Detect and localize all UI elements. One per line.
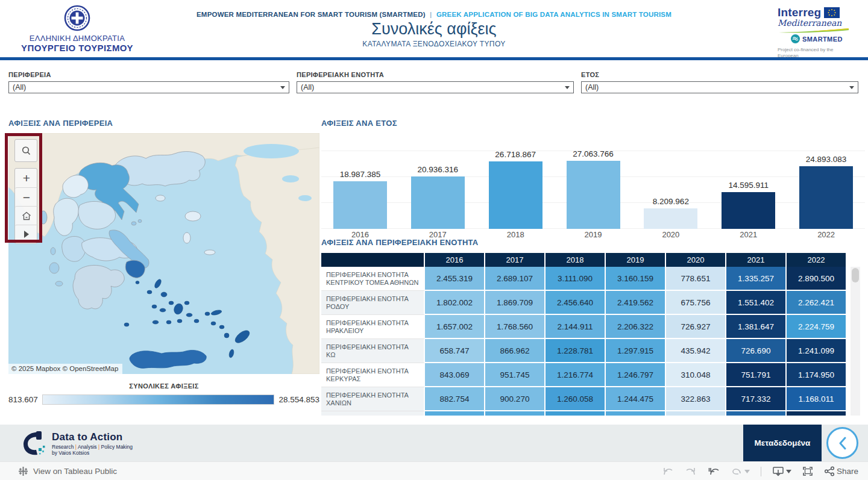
table-cell[interactable]: 1.335.257: [726, 267, 787, 291]
table-cell[interactable]: [546, 411, 606, 416]
table-cell[interactable]: 658.747: [425, 339, 485, 363]
filter-region-select[interactable]: (All): [8, 81, 289, 93]
view-on-tableau-link[interactable]: View on Tableau Public: [18, 462, 117, 480]
island-lesbos[interactable]: [185, 211, 201, 221]
bar[interactable]: [411, 176, 465, 229]
table-cell[interactable]: 310.048: [666, 363, 726, 387]
table-cell[interactable]: [425, 411, 485, 416]
table-scrollbar[interactable]: [851, 267, 860, 416]
share-button[interactable]: Share: [824, 466, 858, 476]
table-cell[interactable]: 3.160.159: [606, 267, 666, 291]
table-cell[interactable]: 2.890.500: [787, 267, 847, 291]
table-cell[interactable]: [606, 411, 666, 416]
filter-regional-unit-select[interactable]: (All): [297, 81, 574, 93]
choropleth-map[interactable]: [8, 133, 319, 374]
table-cell[interactable]: 1.551.402: [726, 291, 787, 315]
reset-button[interactable]: [708, 467, 720, 476]
fullscreen-button[interactable]: [802, 466, 813, 476]
filter-year-select[interactable]: (All): [581, 81, 858, 93]
island-zakynthos[interactable]: [55, 281, 63, 286]
table-cell[interactable]: 1.216.774: [546, 363, 606, 387]
table-cell[interactable]: 726.690: [726, 339, 787, 363]
table-cell[interactable]: 1.228.781: [546, 339, 606, 363]
filter-year-value: (All): [585, 83, 599, 92]
greece-map[interactable]: + − © 2025 Mapbox © OpenStreetMap: [8, 133, 319, 374]
table-cell[interactable]: 2.419.562: [606, 291, 666, 315]
table-cell[interactable]: 2.144.911: [546, 315, 606, 339]
table-cell[interactable]: 1.246.797: [606, 363, 666, 387]
table-cell[interactable]: 2.689.107: [485, 267, 546, 291]
island-lemnos[interactable]: [156, 195, 165, 201]
table-cell[interactable]: 1.381.647: [726, 315, 787, 339]
table-cell[interactable]: 843.069: [425, 363, 485, 387]
table-cell[interactable]: 717.332: [726, 387, 787, 411]
table-cell[interactable]: 778.651: [666, 267, 726, 291]
bar-column: 18.987.385: [321, 134, 399, 229]
island-sporades[interactable]: [138, 220, 142, 223]
table-cell[interactable]: 726.927: [666, 315, 726, 339]
table-cell[interactable]: 751.791: [726, 363, 787, 387]
table-cell[interactable]: 675.756: [666, 291, 726, 315]
island-kefalonia[interactable]: [49, 263, 59, 273]
table-cell[interactable]: 900.270: [485, 387, 546, 411]
table-cell[interactable]: 1.260.058: [546, 387, 606, 411]
map-search-button[interactable]: [14, 139, 37, 162]
table-cell[interactable]: 1.297.915: [606, 339, 666, 363]
table-column-header[interactable]: 2021: [726, 253, 787, 267]
table-cell[interactable]: 2.455.319: [425, 267, 485, 291]
bar[interactable]: [722, 192, 775, 229]
table-cell[interactable]: 1.768.560: [485, 315, 546, 339]
table-cell[interactable]: 2.206.322: [606, 315, 666, 339]
table-cell[interactable]: [666, 411, 726, 416]
bar[interactable]: [489, 161, 542, 229]
table-column-header[interactable]: 2020: [666, 253, 726, 267]
island-corfu[interactable]: [40, 211, 47, 224]
table-column-header[interactable]: 2019: [606, 253, 666, 267]
metadata-button[interactable]: Μεταδεδομένα: [743, 425, 822, 461]
table-cell[interactable]: 1.241.099: [787, 339, 847, 363]
bar[interactable]: [644, 208, 697, 229]
table-cell[interactable]: 951.745: [485, 363, 546, 387]
map-legend: ΣΥΝΟΛΙΚΕΣ ΑΦΙΞΕΙΣ 813.607 28.554.853: [8, 382, 319, 405]
bar[interactable]: [567, 161, 620, 229]
table-cell[interactable]: 1.244.475: [606, 387, 666, 411]
table-cell[interactable]: 882.754: [425, 387, 485, 411]
island-samos[interactable]: [204, 250, 215, 255]
scrollbar-thumb[interactable]: [852, 268, 859, 282]
table-cell[interactable]: [485, 411, 546, 416]
table-column-header[interactable]: 2016: [425, 253, 485, 267]
table-column-header[interactable]: 2017: [485, 253, 546, 267]
table-cell[interactable]: [787, 411, 847, 416]
table-cell[interactable]: 2.262.421: [787, 291, 847, 315]
table-column-header[interactable]: 2022: [787, 253, 847, 267]
table-cell[interactable]: 2.456.640: [546, 291, 606, 315]
table-cell[interactable]: 1.168.011: [787, 387, 847, 411]
zoom-out-button[interactable]: −: [15, 187, 38, 206]
undo-button[interactable]: [662, 467, 674, 476]
table-cell[interactable]: 322.863: [666, 387, 726, 411]
table-column-header[interactable]: 2018: [546, 253, 606, 267]
replay-button[interactable]: [731, 467, 750, 476]
table-cell[interactable]: 1.802.002: [425, 291, 485, 315]
table-cell[interactable]: 2.224.759: [787, 315, 847, 339]
lake: [298, 195, 312, 201]
table-cell[interactable]: [726, 411, 787, 416]
collapse-panel-button[interactable]: [826, 427, 858, 459]
bar[interactable]: [799, 166, 853, 229]
table-cell[interactable]: 1.174.950: [787, 363, 847, 387]
table-row-label: ΠΕΡΙΦΕΡΕΙΑΚΗ ΕΝΟΤΗΤΑ ΚΕΡΚΥΡΑΣ: [321, 363, 425, 387]
island-chios[interactable]: [183, 232, 190, 243]
table-cell[interactable]: 3.111.090: [546, 267, 606, 291]
table-cell[interactable]: 1.657.002: [425, 315, 485, 339]
redo-button[interactable]: [685, 467, 697, 476]
island-lefkada[interactable]: [51, 248, 55, 255]
table-cell[interactable]: 1.869.709: [485, 291, 546, 315]
zoom-home-button[interactable]: [15, 206, 38, 225]
map-tools-expand-button[interactable]: [15, 225, 38, 243]
island-sporades[interactable]: [131, 222, 136, 225]
zoom-in-button[interactable]: +: [15, 169, 38, 187]
table-cell[interactable]: 435.942: [666, 339, 726, 363]
bar[interactable]: [333, 181, 387, 229]
table-cell[interactable]: 866.962: [485, 339, 546, 363]
download-button[interactable]: [772, 466, 791, 476]
